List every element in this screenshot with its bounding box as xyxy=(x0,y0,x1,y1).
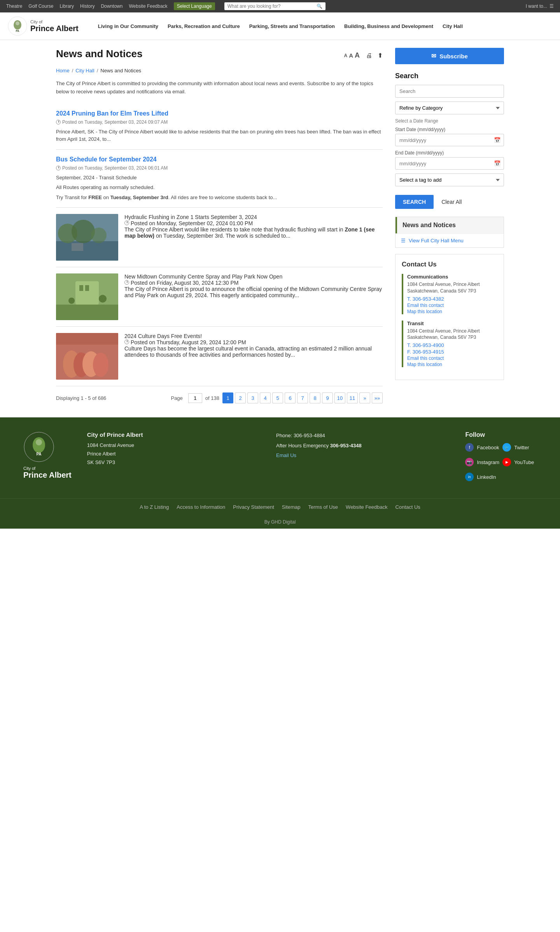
subscribe-button[interactable]: ✉ Subscribe xyxy=(395,48,504,64)
page-next[interactable]: » xyxy=(359,392,370,403)
font-large-btn[interactable]: A xyxy=(355,51,360,60)
page-btn-4[interactable]: 4 xyxy=(260,392,271,403)
page-btn-9[interactable]: 9 xyxy=(322,392,333,403)
page-btn-5[interactable]: 5 xyxy=(272,392,283,403)
footer-link-terms[interactable]: Terms of Use xyxy=(308,504,338,510)
page-btn-7[interactable]: 7 xyxy=(297,392,308,403)
svg-text:PA: PA xyxy=(16,30,19,32)
calendar-icon-2[interactable]: 📅 xyxy=(491,158,504,169)
contact-map-2[interactable]: Map this location xyxy=(407,362,497,367)
page-title-row: News and Notices A A A 🖨 ⬆ xyxy=(56,48,383,63)
contact-block-title: Contact Us xyxy=(402,261,497,268)
sidebar-news-block: News and Notices ☰ View Full City Hall M… xyxy=(395,217,504,248)
news-meta-3: Posted on Monday, September 02, 2024 01:… xyxy=(124,220,383,226)
list-icon: ☰ xyxy=(401,238,406,244)
news-thumbnail-3 xyxy=(56,214,118,261)
page-btn-6[interactable]: 6 xyxy=(285,392,296,403)
end-date-label: End Date (mm/dd/yyyy) xyxy=(395,150,504,156)
page-btn-3[interactable]: 3 xyxy=(247,392,258,403)
footer-email-link[interactable]: Email Us xyxy=(276,452,450,458)
youtube-icon: ▶ xyxy=(502,458,511,466)
category-select[interactable]: Refine by Category xyxy=(395,102,504,114)
social-facebook[interactable]: f Facebook xyxy=(465,443,499,452)
page-btn-8[interactable]: 8 xyxy=(310,392,320,403)
page-btn-11[interactable]: 11 xyxy=(347,392,358,403)
news-title-3[interactable]: Hydraulic Flushing in Zone 1 Starts Sept… xyxy=(124,214,383,220)
search-icon[interactable]: 🔍 xyxy=(317,4,322,9)
page-label: Page xyxy=(171,395,182,401)
social-instagram[interactable]: 📷 Instagram xyxy=(465,458,499,466)
topnav-feedback[interactable]: Website Feedback xyxy=(129,4,167,9)
footer-link-contact[interactable]: Contact Us xyxy=(396,504,420,510)
social-youtube[interactable]: ▶ YouTube xyxy=(502,458,537,466)
news-search-input[interactable] xyxy=(395,85,504,98)
social-linkedin[interactable]: in LinkedIn xyxy=(465,473,499,481)
social-twitter[interactable]: 🐦 Twitter xyxy=(502,443,537,452)
tag-select[interactable]: Select a tag to add xyxy=(395,173,504,186)
topnav-history[interactable]: History xyxy=(80,4,94,9)
topnav-golf[interactable]: Golf Course xyxy=(28,4,53,9)
clock-icon xyxy=(56,166,61,170)
language-selector[interactable]: Select Language xyxy=(174,2,215,10)
font-medium-btn[interactable]: A xyxy=(349,52,353,59)
nav-living[interactable]: Living in Our Community xyxy=(98,23,158,29)
footer-link-privacy[interactable]: Privacy Statement xyxy=(233,504,274,510)
logo[interactable]: PA City of Prince Albert xyxy=(8,16,79,36)
contact-communications: Communications 1084 Central Avenue, Prin… xyxy=(402,274,497,314)
news-title-5[interactable]: 2024 Culture Days Free Events! xyxy=(124,333,383,339)
svg-rect-9 xyxy=(72,243,83,251)
topnav-downtown[interactable]: Downtown xyxy=(101,4,122,9)
twitter-icon: 🐦 xyxy=(502,443,511,452)
news-meta-5: Posted on Thursday, August 29, 2024 12:0… xyxy=(124,339,383,345)
footer-link-sitemap[interactable]: Sitemap xyxy=(282,504,301,510)
top-search-input[interactable] xyxy=(228,4,317,9)
page-btn-10[interactable]: 10 xyxy=(334,392,345,403)
start-date-input[interactable] xyxy=(396,135,491,146)
news-item: 2024 Culture Days Free Events! Posted on… xyxy=(56,327,383,386)
share-icon[interactable]: ⬆ xyxy=(378,52,383,59)
contact-phone-2[interactable]: T. 306-953-4900 xyxy=(407,342,497,348)
contact-email-2[interactable]: Email this contact xyxy=(407,356,497,361)
topnav-theatre[interactable]: Theatre xyxy=(6,4,22,9)
view-menu-item[interactable]: ☰ View Full City Hall Menu xyxy=(396,233,504,247)
search-section: Search Refine by Category Select a Date … xyxy=(395,72,504,209)
news-title-1[interactable]: 2024 Pruning Ban for Elm Trees Lifted xyxy=(56,110,383,117)
footer-link-feedback[interactable]: Website Feedback xyxy=(346,504,387,510)
breadcrumb-home[interactable]: Home xyxy=(56,68,70,74)
contact-map-1[interactable]: Map this location xyxy=(407,309,497,314)
page-input[interactable] xyxy=(188,393,202,403)
topnav-library[interactable]: Library xyxy=(60,4,74,9)
clear-button[interactable]: Clear All xyxy=(437,195,466,209)
page-btn-1[interactable]: 1 xyxy=(222,392,233,403)
nav-parks[interactable]: Parks, Recreation and Culture xyxy=(168,23,240,29)
breadcrumb-sep2: / xyxy=(97,68,98,74)
nav-cityhall[interactable]: City Hall xyxy=(443,23,463,29)
contact-email-1[interactable]: Email this contact xyxy=(407,303,497,308)
news-title-4[interactable]: New Midtown Community Centre Spray and P… xyxy=(124,273,383,280)
breadcrumb-cityhall[interactable]: City Hall xyxy=(75,68,94,74)
svg-point-8 xyxy=(91,228,107,243)
font-small-btn[interactable]: A xyxy=(344,53,347,58)
footer-link-access[interactable]: Access to Information xyxy=(177,504,225,510)
news-meta-2: Posted on Tuesday, September 03, 2024 06… xyxy=(56,165,383,171)
contact-phone-1[interactable]: T. 306-953-4382 xyxy=(407,296,497,302)
footer-link-a-z[interactable]: A to Z Listing xyxy=(140,504,169,510)
page-btn-2[interactable]: 2 xyxy=(235,392,246,403)
svg-point-7 xyxy=(72,220,95,243)
nav-parking[interactable]: Parking, Streets and Transportation xyxy=(249,23,335,29)
svg-point-25 xyxy=(36,439,42,445)
news-title-2[interactable]: Bus Schedule for September 2024 xyxy=(56,156,383,163)
news-meta-4: Posted on Friday, August 30, 2024 12:30 … xyxy=(124,280,383,286)
font-size-controls: A A A xyxy=(344,51,360,60)
page-of: of 138 xyxy=(205,395,219,401)
calendar-icon[interactable]: 📅 xyxy=(491,134,504,146)
end-date-input[interactable] xyxy=(396,158,491,169)
nav-building[interactable]: Building, Business and Development xyxy=(344,23,433,29)
search-button[interactable]: SEARCH xyxy=(395,195,434,209)
print-icon[interactable]: 🖨 xyxy=(366,52,372,59)
news-excerpt-5: Culture Days has become the largest cult… xyxy=(124,345,383,358)
page-last[interactable]: »» xyxy=(372,392,383,403)
i-want-to[interactable]: I want to... ☰ xyxy=(526,4,554,9)
pagination-row: Displaying 1 - 5 of 686 Page of 138 1 2 … xyxy=(56,386,383,410)
start-date-wrap: 📅 xyxy=(395,134,504,146)
